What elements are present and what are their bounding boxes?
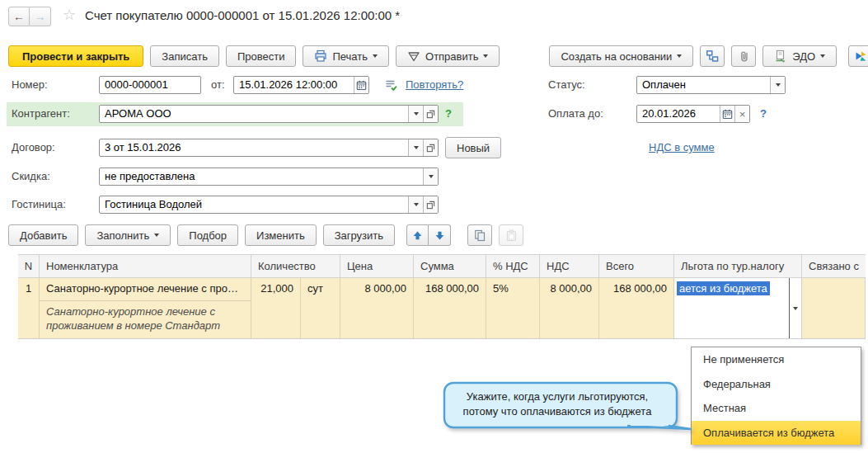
vat-rate-cell[interactable]: 5% (486, 278, 540, 338)
col-header-nomenclature[interactable]: Номенклатура (40, 254, 251, 278)
chevron-down-icon (414, 203, 419, 206)
page-title: Счет покупателю 0000-000001 от 15.01.202… (85, 8, 400, 22)
open-window-icon (426, 144, 435, 153)
pay-until-help-icon[interactable]: ? (760, 107, 767, 120)
counterparty-help-icon[interactable]: ? (445, 107, 452, 120)
date-input[interactable]: 15.01.2026 12:00:00 (233, 76, 369, 94)
edo-button[interactable]: ЭДО (762, 45, 837, 67)
contract-open-button[interactable] (423, 139, 438, 156)
favorite-star-icon[interactable]: ☆ (63, 6, 76, 24)
col-header-related[interactable]: Связано с (802, 254, 866, 278)
services-arrows-icon (854, 50, 867, 63)
forward-button[interactable]: → (30, 7, 51, 26)
tax-benefit-dropdown-button[interactable] (790, 278, 802, 338)
post-button[interactable]: Провести (226, 45, 297, 67)
post-and-close-button[interactable]: Провести и закрыть (8, 45, 143, 67)
send-button[interactable]: Отправить (396, 45, 500, 67)
hotel-open-button[interactable] (423, 196, 438, 213)
print-button[interactable]: Печать (303, 45, 389, 67)
col-header-n[interactable]: N (18, 254, 40, 278)
nomenclature-name: Санаторно-курортное лечение с про… (40, 278, 251, 301)
nomenclature-cell[interactable]: Санаторно-курортное лечение с про… Санат… (40, 278, 251, 338)
col-header-total[interactable]: Всего (599, 254, 674, 278)
price-cell[interactable]: 8 000,00 (340, 278, 414, 338)
counterparty-open-button[interactable] (423, 106, 438, 122)
quantity-cell[interactable]: 21,000 (251, 278, 301, 338)
discount-select[interactable]: не предоставлена (99, 168, 439, 186)
save-button[interactable]: Записать (150, 45, 219, 67)
col-header-price[interactable]: Цена (340, 254, 414, 278)
status-dropdown-button[interactable] (770, 77, 785, 93)
print-caret-icon (373, 54, 378, 58)
discount-dropdown-button[interactable] (423, 168, 438, 185)
related-cell[interactable] (802, 278, 866, 338)
paste-rows-button[interactable] (499, 224, 523, 246)
number-input[interactable]: 0000-000001 (99, 76, 201, 94)
total-cell[interactable]: 168 000,00 (599, 278, 674, 338)
contract-dropdown-button[interactable] (408, 139, 423, 156)
number-value: 0000-000001 (100, 77, 200, 93)
copy-rows-button[interactable] (467, 224, 492, 246)
new-contract-label: Новый (457, 142, 490, 154)
pick-button[interactable]: Подбор (177, 224, 238, 246)
contract-value: 3 от 15.01.2026 (100, 139, 408, 156)
fill-caret-icon (154, 234, 159, 237)
invoice-window: ← → ☆ Счет покупателю 0000-000001 от 15.… (0, 0, 868, 453)
pay-until-input[interactable]: 20.01.2026 × (636, 105, 750, 123)
dropdown-option-paid-from-budget[interactable]: Оплачивается из бюджета (692, 421, 861, 446)
back-icon: ← (13, 10, 25, 23)
pay-until-calendar-button[interactable] (720, 106, 734, 122)
unit-cell[interactable]: сут (301, 278, 340, 338)
related-documents-button[interactable] (700, 45, 725, 67)
send-icon (407, 50, 420, 63)
col-header-sum[interactable]: Сумма (414, 254, 486, 278)
date-value: 15.01.2026 12:00:00 (234, 77, 354, 93)
status-select[interactable]: Оплачен (636, 76, 786, 94)
vat-in-sum-link[interactable]: НДС в сумме (649, 141, 715, 153)
col-header-quantity[interactable]: Количество (251, 254, 340, 278)
tax-benefit-edit-cell[interactable]: ается из бюджета (674, 278, 790, 338)
attachments-button[interactable] (731, 45, 756, 67)
services-button[interactable] (848, 45, 868, 67)
dropdown-option-federal[interactable]: Федеральная (692, 372, 861, 397)
save-label: Записать (162, 50, 208, 63)
pay-until-clear-button[interactable]: × (734, 106, 749, 122)
tax-benefit-selected-text: ается из бюджета (677, 281, 770, 295)
dropdown-option-local[interactable]: Местная (692, 396, 861, 421)
hotel-input[interactable]: Гостиница Водолей (99, 196, 439, 214)
col-header-tax-benefit[interactable]: Льгота по тур.налогу (674, 254, 802, 278)
fill-button[interactable]: Заполнить (85, 224, 171, 246)
recurrence-icon[interactable] (384, 78, 398, 92)
open-window-icon (426, 201, 435, 210)
move-row-down-button[interactable] (429, 224, 451, 246)
add-row-label: Добавить (20, 229, 67, 242)
counterparty-input[interactable]: АРОМА ООО (99, 105, 439, 123)
col-header-vat-rate[interactable]: % НДС (486, 254, 540, 278)
document-structure-icon (706, 50, 719, 63)
create-based-on-button[interactable]: Создать на основании (549, 45, 693, 67)
vat-cell[interactable]: 8 000,00 (540, 278, 599, 338)
number-label: Номер: (12, 76, 48, 94)
dropdown-option-not-applied[interactable]: Не применяется (692, 347, 861, 372)
add-row-button[interactable]: Добавить (8, 224, 78, 246)
back-button[interactable]: ← (8, 7, 30, 26)
row-number-cell[interactable]: 1 (18, 278, 40, 338)
repeat-link[interactable]: Повторять? (406, 78, 463, 91)
paperclip-icon (738, 50, 750, 63)
chevron-down-icon (793, 307, 798, 310)
edit-row-button[interactable]: Изменить (245, 224, 317, 246)
move-row-up-button[interactable] (406, 224, 429, 246)
new-contract-button[interactable]: Новый (445, 137, 501, 158)
contract-input[interactable]: 3 от 15.01.2026 (99, 139, 439, 157)
col-header-vat[interactable]: НДС (540, 254, 599, 278)
fill-label: Заполнить (96, 229, 149, 242)
hotel-dropdown-button[interactable] (408, 196, 423, 213)
clear-icon: × (739, 108, 746, 120)
date-calendar-button[interactable] (354, 77, 368, 93)
status-value: Оплачен (637, 77, 770, 93)
sum-cell[interactable]: 168 000,00 (414, 278, 486, 338)
counterparty-dropdown-button[interactable] (408, 106, 423, 122)
load-button[interactable]: Загрузить (323, 224, 395, 246)
open-window-icon (426, 110, 435, 119)
calendar-icon (722, 109, 733, 120)
